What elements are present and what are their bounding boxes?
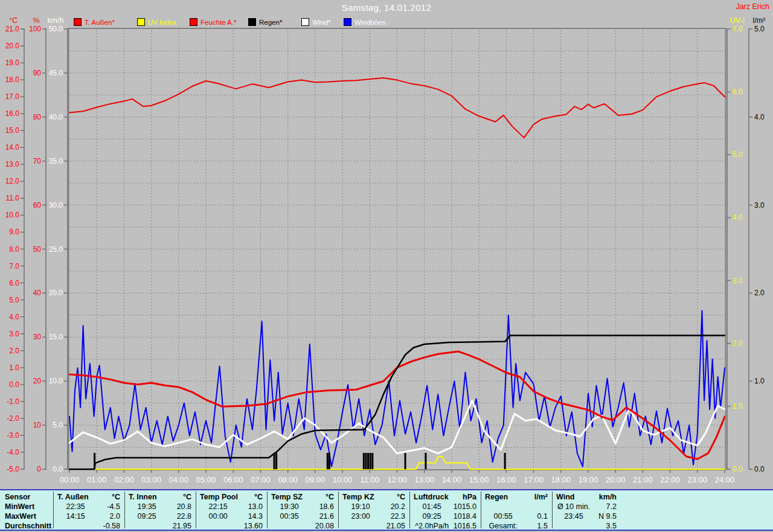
axis-tick-label: 45.0 — [49, 69, 63, 77]
axis-tick-label: 14.0 — [5, 143, 20, 152]
cell-value: 18.6 — [307, 502, 334, 511]
time-tick-label: 03:00 — [141, 475, 161, 484]
table-cell-t-innen: 21.95 — [125, 521, 195, 531]
axis-tick-label: 9.0 — [9, 228, 19, 236]
rain-event-tick — [365, 453, 367, 469]
rain-event-tick — [275, 453, 277, 469]
cell-value: °C — [397, 492, 405, 502]
cell-time: Ø 10 min. — [556, 502, 591, 511]
cell-time — [129, 521, 165, 531]
table-cell-temp-sz: 20.08 — [268, 521, 338, 531]
table-row: MinWert22:35-4.519:3520.822:1513.019:301… — [0, 502, 773, 511]
time-tick-label: 13:00 — [414, 475, 434, 484]
axis-tick-label: 15.0 — [49, 333, 63, 341]
weather-app-window: { "window": { "title": "Samstag, 14.01.2… — [0, 0, 773, 532]
axis-tick-label: 30.0 — [49, 201, 63, 210]
table-cell-t-au-en: 22:35-4.5 — [54, 502, 124, 511]
cell-time: 01:45 — [414, 502, 450, 511]
cell-time: Gesamt: — [485, 521, 521, 531]
cell-time — [342, 521, 379, 531]
table-cell-temp-sz: 19:3018.6 — [268, 502, 338, 511]
series-windb-en — [69, 311, 725, 467]
axis-tick-label: 40.0 — [49, 113, 63, 121]
rain-event-tick — [371, 453, 373, 469]
axis-tick-label: 70 — [33, 157, 42, 165]
time-tick-label: 14:00 — [442, 475, 462, 484]
table-cell-temp-pool: 13.60 — [196, 521, 266, 531]
time-tick-label: 17:00 — [524, 475, 544, 484]
cell-value: N 9.5 — [591, 511, 617, 521]
axis-tick-label: 4.0 — [9, 313, 19, 321]
axis-tick-label: 80 — [33, 113, 42, 121]
legend-item-6: Windböen — [344, 18, 386, 27]
cell-value: 3.5 — [591, 521, 617, 531]
cell-time: ^2.0hPa/h — [414, 521, 450, 531]
legend-swatch-icon — [190, 18, 197, 26]
axis-tick-label: 7.0 — [9, 262, 19, 271]
axis-tick-label: 1.0 — [754, 377, 765, 385]
table-cell-temp-sz: 00:3521.6 — [268, 511, 338, 521]
cell-value: 21.95 — [165, 521, 191, 531]
axis-tick-label: 5.0 — [733, 150, 743, 159]
cell-time: 19:10 — [342, 502, 379, 511]
axis-tick-label: 12.0 — [5, 177, 20, 185]
axis-UV-I: 7.06.05.04.03.02.01.00.0UV-I — [727, 16, 745, 473]
time-tick-label: 00:00 — [60, 475, 80, 484]
time-tick-label: 10:00 — [333, 475, 353, 484]
rain-event-tick — [274, 453, 275, 469]
axis-tick-label: 11.0 — [6, 194, 20, 202]
axis-tick-label: 50 — [33, 245, 42, 254]
table-row-label: Durchschnitt — [5, 521, 51, 531]
time-tick-label: 06:00 — [223, 475, 243, 484]
axis-°C: 21.020.019.018.017.016.015.014.013.012.0… — [5, 16, 24, 473]
table-cell-t-innen: 19:3520.8 — [125, 502, 195, 511]
sensor-summary-table: SensorT. Außen°CT. Innen°CTemp Pool°CTem… — [0, 489, 773, 531]
cell-time: 23:45 — [556, 511, 591, 521]
table-cell-temp-sz: Temp SZ°C — [268, 492, 338, 502]
time-tick-label: 24:00 — [715, 475, 735, 484]
axis-tick-label: 0.0 — [9, 380, 19, 389]
rain-event-tick — [405, 453, 406, 469]
table-cell-regen: Gesamt:1.5 — [481, 521, 551, 531]
axis-tick-label: 18.0 — [5, 75, 20, 84]
cell-value: 21.05 — [379, 521, 405, 531]
legend-swatch-icon — [74, 18, 82, 26]
axis-tick-label: 0 — [37, 465, 41, 473]
axis-tick-label: 3.0 — [754, 201, 765, 210]
cell-time: 09:25 — [129, 511, 165, 521]
axis-tick-label: -1.0 — [7, 397, 19, 406]
axis-tick-label: 40 — [33, 289, 42, 297]
cell-time: 14:15 — [57, 511, 94, 521]
cell-value: hPa — [463, 492, 476, 502]
axis-tick-label: 10.0 — [5, 211, 20, 219]
cell-time: 09:25 — [414, 511, 450, 521]
cell-time: 00:55 — [485, 511, 521, 521]
legend-label: Wind* — [312, 19, 331, 26]
table-cell-wind: Windkm/h — [553, 492, 620, 502]
axis-tick-label: 8.0 — [9, 245, 19, 254]
table-cell-wind: Ø 10 min.7.2 — [553, 502, 620, 511]
chart-legend: T. Außen*UV IndexFeuchte A.*Regen*Wind*W… — [0, 18, 773, 27]
axis-tick-label: 4.0 — [733, 213, 743, 222]
table-cell-temp-kz: 21.05 — [339, 521, 409, 531]
cell-value: l/m² — [534, 492, 548, 502]
cell-time: T. Außen — [57, 492, 112, 502]
axis-tick-label: 1.0 — [9, 364, 19, 372]
table-cell-t-au-en: T. Außen°C — [54, 492, 124, 502]
rain-event-tick — [370, 453, 371, 469]
legend-item-5: Wind* — [301, 18, 331, 27]
axis-tick-label: -5.0 — [7, 465, 19, 473]
time-tick-label: 23:00 — [688, 475, 708, 484]
time-tick-label: 07:00 — [251, 475, 271, 484]
axis-km/h: 50.045.040.035.030.025.020.015.010.05.00… — [47, 16, 68, 473]
axis-tick-label: 13.0 — [5, 160, 20, 168]
table-cell-temp-pool: 00:0014.3 — [196, 511, 266, 521]
axis-tick-label: 15.0 — [5, 126, 20, 135]
legend-swatch-icon — [344, 18, 351, 26]
table-cell-regen: Regenl/m² — [481, 492, 551, 502]
table-cell-luftdruck: LuftdruckhPa — [410, 492, 480, 502]
chart-area: 21.020.019.018.017.016.015.014.013.012.0… — [0, 0, 773, 487]
legend-label: T. Außen* — [85, 19, 115, 26]
table-cell-regen: 00:550.1 — [481, 511, 551, 521]
time-axis: 00:0001:0002:0003:0004:0005:0006:0007:00… — [60, 470, 735, 484]
